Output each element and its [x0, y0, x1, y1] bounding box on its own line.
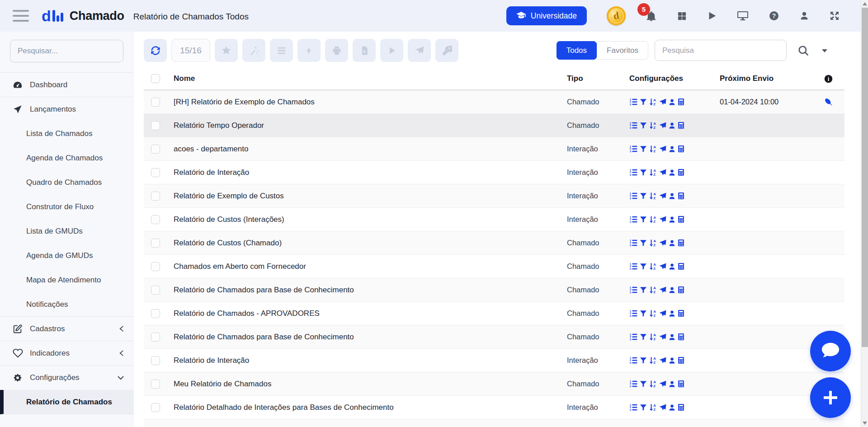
table-row[interactable]: Relatório de Interação Interação 123 AZ: [144, 161, 844, 184]
calculator-icon[interactable]: [677, 239, 685, 247]
user-icon[interactable]: [668, 216, 676, 224]
sort-alpha-icon[interactable]: AZ: [649, 145, 657, 153]
row-checkbox[interactable]: [151, 192, 160, 201]
row-checkbox[interactable]: [151, 403, 160, 412]
sidebar-item-cadastros[interactable]: Cadastros: [0, 317, 133, 341]
calculator-icon[interactable]: [677, 145, 685, 153]
row-checkbox[interactable]: [151, 215, 160, 224]
row-checkbox[interactable]: [151, 380, 160, 389]
user-icon[interactable]: [668, 263, 676, 271]
table-row[interactable]: Relatório de Chamados para Base de Conhe…: [144, 278, 844, 302]
filter-icon[interactable]: [639, 333, 647, 341]
row-checkbox[interactable]: [151, 239, 160, 248]
sidebar-item-dashboard[interactable]: Dashboard: [0, 73, 133, 97]
sort-alpha-icon[interactable]: AZ: [649, 403, 657, 412]
sidebar-search-input[interactable]: [10, 40, 123, 62]
row-checkbox[interactable]: [151, 98, 160, 107]
list-ol-icon[interactable]: 123: [629, 168, 638, 177]
scrollbar-up-arrow[interactable]: [863, 2, 867, 5]
sort-alpha-icon[interactable]: AZ: [649, 239, 657, 247]
paper-plane-icon[interactable]: [659, 98, 667, 106]
calculator-icon[interactable]: [677, 286, 685, 294]
report-counter-button[interactable]: 15/16: [171, 39, 210, 62]
tab-todos[interactable]: Todos: [557, 41, 597, 60]
sort-alpha-icon[interactable]: AZ: [649, 380, 657, 388]
help-button[interactable]: ?: [769, 10, 779, 21]
paper-plane-icon[interactable]: [659, 333, 667, 341]
filter-icon[interactable]: [639, 98, 647, 106]
notifications-button[interactable]: 5: [646, 10, 657, 22]
calculator-icon[interactable]: [677, 192, 685, 200]
run-actions-button[interactable]: [297, 39, 321, 62]
play-button[interactable]: [707, 10, 717, 21]
column-tipo[interactable]: Tipo: [567, 74, 629, 83]
user-icon[interactable]: [668, 98, 676, 106]
filter-icon[interactable]: [639, 404, 647, 412]
row-checkbox[interactable]: [151, 121, 160, 130]
table-row[interactable]: Relatório Tempo Operador Chamado 123 AZ: [144, 114, 844, 137]
favorite-button[interactable]: [215, 39, 238, 62]
row-checkbox[interactable]: [151, 262, 160, 271]
add-report-fab-button[interactable]: [810, 377, 851, 418]
sort-alpha-icon[interactable]: AZ: [649, 98, 657, 106]
filter-icon[interactable]: [639, 145, 647, 153]
calculator-icon[interactable]: [677, 309, 685, 318]
list-ol-icon[interactable]: 123: [629, 145, 638, 153]
table-row[interactable]: Relatório de Custos (Interações) Interaç…: [144, 208, 844, 231]
chat-fab-button[interactable]: [810, 331, 851, 371]
report-search-input[interactable]: [655, 40, 787, 61]
table-row[interactable]: Relatório de Interação Interação 123 AZ: [144, 349, 844, 372]
user-icon[interactable]: [668, 192, 676, 200]
universidade-button[interactable]: Universidade: [506, 6, 587, 25]
search-options-button[interactable]: [821, 48, 828, 53]
user-icon[interactable]: [668, 122, 676, 130]
table-row[interactable]: Relatório Detalhado de Interações para B…: [144, 396, 844, 419]
sidebar-item-agenda-de-gmuds[interactable]: Agenda de GMUDs: [0, 244, 133, 268]
row-checkbox[interactable]: [151, 168, 160, 177]
filter-icon[interactable]: [639, 286, 647, 294]
calculator-icon[interactable]: [677, 380, 685, 388]
paper-plane-icon[interactable]: [659, 404, 667, 412]
monitor-button[interactable]: [737, 10, 749, 21]
tab-favoritos[interactable]: Favoritos: [597, 41, 648, 60]
list-ol-icon[interactable]: 123: [629, 356, 638, 365]
sort-alpha-icon[interactable]: AZ: [649, 168, 657, 177]
list-view-button[interactable]: [270, 39, 293, 62]
sort-alpha-icon[interactable]: AZ: [649, 333, 657, 341]
user-icon[interactable]: [668, 333, 676, 341]
filter-icon[interactable]: [639, 122, 647, 130]
row-note[interactable]: [812, 97, 844, 108]
wizard-button[interactable]: [242, 39, 265, 62]
calculator-icon[interactable]: [677, 403, 685, 412]
user-icon[interactable]: [668, 239, 676, 247]
execute-button[interactable]: [380, 39, 403, 62]
filter-icon[interactable]: [639, 192, 647, 200]
sort-alpha-icon[interactable]: AZ: [649, 215, 657, 224]
column-configuracoes[interactable]: Configurações: [629, 74, 720, 83]
table-row[interactable]: Relatório de Chamados para Base de Conhe…: [144, 325, 844, 349]
sidebar-item-indicadores[interactable]: Indicadores: [0, 341, 133, 366]
paper-plane-icon[interactable]: [659, 145, 667, 153]
paper-plane-icon[interactable]: [659, 239, 667, 247]
user-icon[interactable]: [668, 404, 676, 412]
calculator-icon[interactable]: [677, 215, 685, 224]
permissions-button[interactable]: [435, 39, 458, 62]
table-row[interactable]: Relatório de Custos (Chamado) Chamado 12…: [144, 231, 844, 255]
table-row[interactable]: acoes - departamento Interação 123 AZ: [144, 137, 844, 161]
paper-plane-icon[interactable]: [659, 380, 667, 388]
scrollbar-down-arrow[interactable]: [863, 422, 867, 425]
list-ol-icon[interactable]: 123: [629, 98, 638, 106]
calculator-icon[interactable]: [677, 333, 685, 341]
sidebar-item-lista-de-chamados[interactable]: Lista de Chamados: [0, 122, 133, 146]
filter-icon[interactable]: [639, 380, 647, 388]
paper-plane-icon[interactable]: [659, 216, 667, 224]
sidebar-item-construtor-de-fluxo[interactable]: Construtor de Fluxo: [0, 195, 133, 219]
sort-alpha-icon[interactable]: AZ: [649, 192, 657, 200]
list-ol-icon[interactable]: 123: [629, 309, 638, 318]
list-ol-icon[interactable]: 123: [629, 192, 638, 200]
sidebar-item-mapa-de-atendimento[interactable]: Mapa de Atendimento: [0, 268, 133, 292]
filter-icon[interactable]: [639, 239, 647, 247]
send-button[interactable]: [408, 39, 431, 62]
user-icon[interactable]: [668, 145, 676, 153]
column-proximo-envio[interactable]: Próximo Envio: [720, 74, 812, 83]
